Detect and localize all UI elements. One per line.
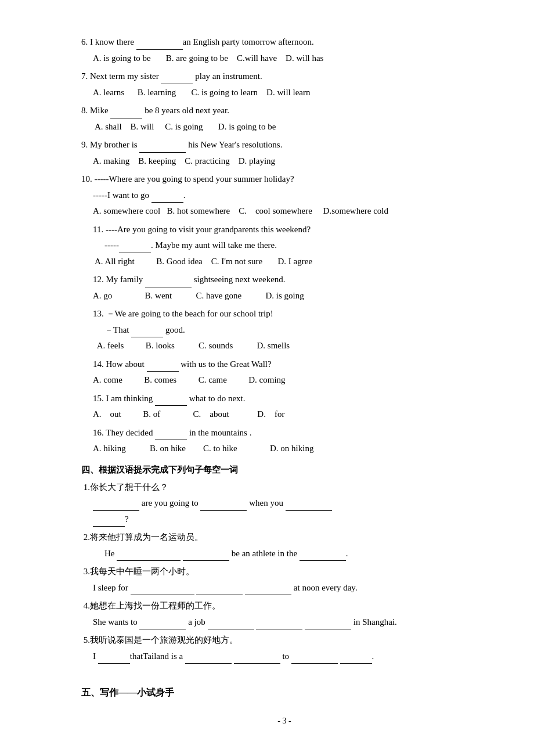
question-6: 6. I know there an English party tomorro… [81, 35, 488, 66]
question-12: 12. My family sightseeing next weekend. … [81, 272, 488, 303]
s4-q3-b2 [196, 585, 243, 595]
question-14: 14. How about with us to the Great Wall?… [81, 357, 488, 388]
q9-text: 9. My brother is his New Year's resoluti… [81, 138, 488, 153]
q8-text: 8. Mike be 8 years old next year. [81, 103, 488, 118]
s4-q5-b2 [185, 653, 232, 664]
q9-options: A. making B. keeping C. practicing D. pl… [81, 154, 488, 169]
q7-options: A. learns B. learning C. is going to lea… [81, 85, 488, 100]
q11-q2: -----. Maybe my aunt will take me there. [81, 238, 488, 253]
s4-q3: 3.我每天中午睡一两个小时。 I sleep for at noon every… [81, 564, 488, 595]
q15-text: 15. I am thinking what to do next. [81, 391, 488, 406]
q10-blank [151, 192, 183, 203]
q13-q2: －That good. [81, 323, 488, 338]
q16-options: A. hiking B. on hike C. to hike D. on hi… [81, 441, 488, 456]
s4-q4-b3 [256, 619, 302, 629]
question-11: 11. ----Are you going to visit your gran… [81, 222, 488, 269]
s4-q2-b1 [117, 550, 181, 561]
s4-q5-b1 [98, 653, 130, 664]
question-7: 7. Next term my sister play an instrumen… [81, 69, 488, 100]
q7-blank [161, 74, 193, 84]
question-9: 9. My brother is his New Year's resoluti… [81, 138, 488, 168]
s4-q2-zh: 2.将来他打算成为一名运动员。 [81, 530, 488, 545]
s4-q1-b2 [200, 501, 247, 511]
s4-q4-b1 [139, 619, 186, 629]
s4-q3-zh: 3.我每天中午睡一两个小时。 [81, 564, 488, 579]
s4-q5-b3 [234, 653, 280, 664]
s4-q5-en: I thatTailand is a to . [81, 649, 488, 664]
q12-options: A. go B. went C. have gone D. is going [81, 289, 488, 304]
q13-options: A. feels B. looks C. sounds D. smells [81, 339, 488, 354]
s4-q3-en: I sleep for at noon every day. [81, 581, 488, 596]
question-15: 15. I am thinking what to do next. A. ou… [81, 391, 488, 422]
s4-q1-zh: 1.你长大了想干什么？ [81, 480, 488, 495]
q6-text: 6. I know there an English party tomorro… [81, 35, 488, 50]
q10-q1: 10. -----Where are you going to spend yo… [81, 172, 488, 187]
q7-text: 7. Next term my sister play an instrumen… [81, 69, 488, 84]
q11-blank [119, 243, 151, 253]
s4-q1: 1.你长大了想干什么？ are you going to when you ? [81, 480, 488, 527]
s4-q3-b3 [245, 585, 291, 595]
s4-q1-b3 [286, 501, 332, 511]
question-13: 13. －We are going to the beach for our s… [81, 307, 488, 354]
q8-options: A. shall B. will C. is going D. is going… [81, 120, 488, 135]
q14-options: A. come B. comes C. came D. coming [81, 373, 488, 388]
s4-q5: 5.我听说泰国是一个旅游观光的好地方。 I thatTailand is a t… [81, 633, 488, 664]
q14-text: 14. How about with us to the Great Wall? [81, 357, 488, 372]
s4-q4: 4.她想在上海找一份工程师的工作。 She wants to a job in … [81, 599, 488, 629]
q10-q2: -----I want to go . [81, 188, 488, 203]
s4-q2-en: He be an athlete in the . [81, 546, 488, 561]
s4-q4-b4 [305, 619, 351, 629]
q10-options: A. somewhere cool B. hot somewhere C. co… [81, 204, 488, 219]
q6-blank [136, 39, 183, 50]
q14-blank [147, 361, 179, 372]
question-16: 16. They decided in the mountains . A. h… [81, 426, 488, 456]
s4-q2: 2.将来他打算成为一名运动员。 He be an athlete in the … [81, 530, 488, 561]
q11-q1: 11. ----Are you going to visit your gran… [81, 222, 488, 237]
s4-q2-b3 [300, 550, 346, 561]
q16-blank [155, 430, 187, 440]
s4-q3-b1 [131, 585, 194, 595]
s4-q5-b5 [340, 653, 372, 664]
q9-blank [139, 142, 186, 153]
s4-q4-b2 [208, 619, 254, 629]
q12-blank [145, 277, 192, 287]
q15-blank [155, 395, 187, 406]
q6-options: A. is going to be B. are going to be C.w… [81, 51, 488, 66]
section5-title: 五、写作——小试身手 [81, 687, 488, 699]
q12-text: 12. My family sightseeing next weekend. [81, 272, 488, 287]
s4-q2-b2 [183, 550, 229, 561]
q13-q1: 13. －We are going to the beach for our s… [81, 307, 488, 322]
s4-q1-en2: ? [81, 512, 488, 527]
question-10: 10. -----Where are you going to spend yo… [81, 172, 488, 219]
s4-q1-b1 [93, 501, 139, 511]
s4-q4-en: She wants to a job in Shanghai. [81, 615, 488, 630]
section4-title: 四、根据汉语提示完成下列句子每空一词 [81, 465, 488, 476]
s4-q4-zh: 4.她想在上海找一份工程师的工作。 [81, 599, 488, 614]
question-8: 8. Mike be 8 years old next year. A. sha… [81, 103, 488, 134]
q16-text: 16. They decided in the mountains . [81, 426, 488, 441]
q13-blank [131, 327, 163, 337]
page-number: - 3 - [81, 717, 488, 726]
s4-q5-b4 [291, 653, 338, 664]
s4-q1-b4 [93, 516, 125, 527]
q8-blank [110, 108, 142, 118]
s4-q1-en: are you going to when you [81, 496, 488, 511]
q15-options: A. out B. of C. about D. for [81, 407, 488, 422]
s4-q5-zh: 5.我听说泰国是一个旅游观光的好地方。 [81, 633, 488, 648]
q11-options: A. All right B. Good idea C. I'm not sur… [81, 254, 488, 269]
